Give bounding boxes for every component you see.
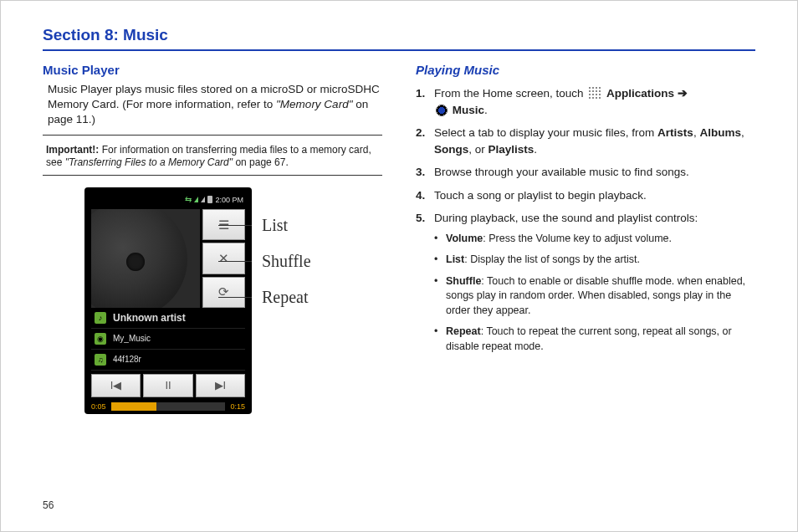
important-label: Important!: (46, 144, 99, 156)
artist-name: Unknown artist (113, 312, 186, 324)
bullet-list: •List: Display the list of songs by the … (434, 253, 755, 268)
step-2: 2. Select a tab to display your music fi… (416, 125, 755, 157)
divider (43, 135, 382, 136)
pause-icon: II (165, 379, 171, 391)
repeat-button[interactable]: ⟳ (202, 277, 245, 308)
progress-fill (111, 402, 157, 411)
step1-text-a: From the Home screen, touch (434, 87, 586, 100)
next-icon: ▶I (215, 379, 227, 391)
status-bar: ⇆ 2:00 PM (91, 194, 245, 206)
track-name: 44f128r (113, 355, 141, 364)
controls-bullet-list: •Volume: Press the Volume key to adjust … (434, 232, 755, 355)
callout-shuffle: Shuffle (262, 252, 311, 271)
artist-icon: ♪ (95, 312, 106, 324)
bullet-volume: •Volume: Press the Volume key to adjust … (434, 232, 755, 247)
important-note: Important!: For information on transferr… (43, 144, 382, 170)
previous-icon: I◀ (110, 379, 122, 391)
wifi-icon: ⇆ (185, 195, 192, 204)
list-label: List (446, 253, 464, 265)
track-icon: ♫ (95, 354, 106, 366)
playlists-label: Playlists (489, 143, 535, 156)
music-label: Music (453, 104, 484, 116)
previous-button[interactable]: I◀ (91, 374, 141, 397)
album-icon: ◉ (95, 333, 106, 345)
step-4: 4. Touch a song or playlist to begin pla… (416, 187, 755, 204)
songs-label: Songs (434, 143, 468, 156)
time-elapsed: 0:05 (91, 402, 106, 411)
callout-connector (218, 225, 252, 226)
step5-text: During playback, use the sound and playl… (434, 212, 698, 224)
transferring-files-reference: "Transferring Files to a Memory Card" (65, 156, 233, 168)
albums-label: Albums (699, 126, 741, 139)
music-target-icon (436, 105, 448, 116)
step2-text: Select a tab to display your music files… (434, 126, 657, 139)
album-name: My_Music (113, 334, 151, 343)
instruction-list: 1. From the Home screen, touch Applicati… (416, 85, 755, 361)
callout-labels: List Shuffle Repeat (260, 187, 311, 307)
music-player-intro: Music Player plays music files stored on… (48, 82, 382, 128)
time-total: 0:15 (230, 402, 245, 411)
track-row: ♫ 44f128r (91, 350, 245, 371)
page-number: 56 (43, 499, 54, 511)
important-text-b: on page 67. (233, 156, 289, 168)
shuffle-text: : Touch to enable or disable shuffle mod… (446, 275, 745, 316)
artists-label: Artists (657, 126, 693, 139)
pause-button[interactable]: II (143, 374, 192, 397)
section-title: Section 8: Music (43, 26, 755, 51)
phone-screenshot: ⇆ 2:00 PM ☰ (84, 187, 252, 414)
shuffle-button[interactable]: ✕ (202, 243, 245, 274)
callout-repeat: Repeat (262, 288, 309, 307)
step-5: 5. During playback, use the sound and pl… (416, 210, 755, 361)
progress-bar[interactable] (111, 402, 226, 411)
callout-connector (218, 261, 252, 262)
memory-card-reference: "Memory Card" (276, 98, 352, 110)
volume-label: Volume (446, 233, 483, 244)
music-player-heading: Music Player (43, 63, 382, 77)
callout-list: List (262, 216, 288, 235)
repeat-label: Repeat (446, 325, 481, 337)
list-text: : Display the list of songs by the artis… (464, 253, 640, 265)
divider (43, 175, 382, 176)
album-row: ◉ My_Music (91, 329, 245, 350)
shuffle-icon: ✕ (218, 251, 229, 266)
left-column: Music Player Music Player plays music fi… (43, 63, 382, 414)
volume-text: : Press the Volume key to adjust volume. (483, 233, 672, 244)
signal-icon (194, 197, 198, 202)
apps-grid-icon (588, 86, 601, 100)
callout-connector (218, 297, 252, 298)
battery-icon (207, 196, 212, 203)
applications-label: Applications (606, 87, 674, 100)
arrow-right-icon: ➔ (678, 85, 688, 102)
step1-end: . (484, 104, 488, 116)
step-3: 3. Browse through your available music t… (416, 164, 755, 181)
progress-row: 0:05 0:15 (91, 402, 245, 411)
artist-row: ♪ Unknown artist (91, 308, 245, 329)
next-button[interactable]: ▶I (196, 374, 245, 397)
repeat-text: : Touch to repeat the current song, repe… (446, 325, 732, 352)
step-1: 1. From the Home screen, touch Applicati… (416, 85, 755, 118)
album-art (91, 209, 200, 308)
shuffle-label: Shuffle (446, 275, 481, 287)
playing-music-heading: Playing Music (416, 63, 755, 77)
right-column: Playing Music 1. From the Home screen, t… (416, 63, 755, 414)
status-time: 2:00 PM (215, 196, 243, 204)
bullet-shuffle: •Shuffle: Touch to enable or disable shu… (434, 274, 755, 319)
signal-icon-2 (201, 197, 205, 202)
bullet-repeat: •Repeat: Touch to repeat the current son… (434, 325, 755, 354)
